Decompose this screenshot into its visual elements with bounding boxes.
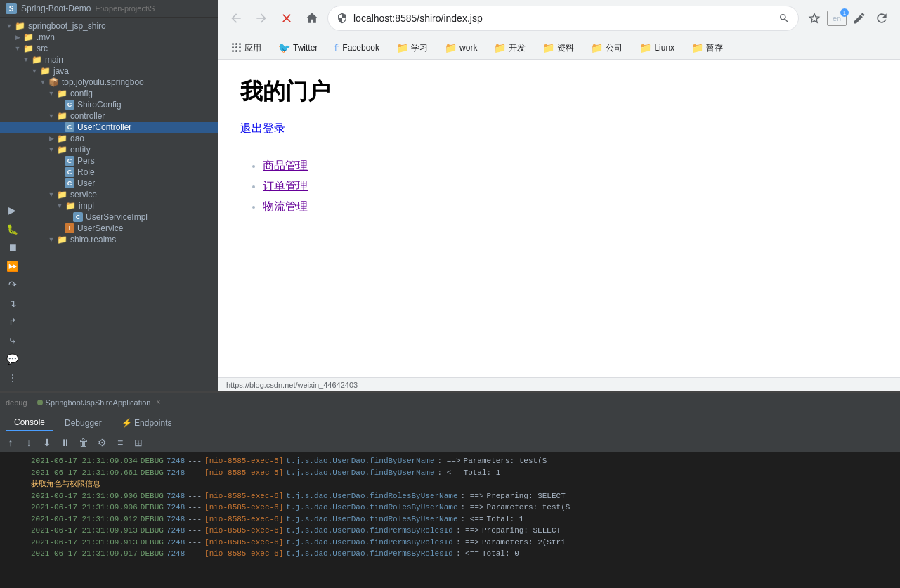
settings-button[interactable]: ⚙	[94, 435, 110, 450]
bookmark-star-button[interactable]	[804, 8, 824, 28]
bookmark-kaifa-label: 开发	[509, 42, 526, 54]
folder-icon: 📁	[14, 22, 25, 30]
tree-item-entity[interactable]: ▼ 📁 entity	[0, 144, 218, 155]
tree-item-shiroconfig[interactable]: ▶ C ShiroConfig	[0, 99, 218, 110]
tab-endpoints[interactable]: ⚡ Endpoints	[113, 415, 181, 431]
bookmark-study-label: 学习	[411, 42, 428, 54]
chevron-down-icon: ▼	[48, 90, 55, 97]
search-icon	[778, 13, 790, 24]
chevron-down-icon: ▼	[48, 236, 55, 243]
tree-item-src[interactable]: ▼ 📁 src	[0, 43, 218, 54]
chevron-right-icon: ▶	[48, 135, 55, 142]
ide-path: E:\open-project\S	[95, 4, 155, 13]
evaluate-button[interactable]: 💬	[3, 351, 22, 367]
bookmark-twitter[interactable]: 🐦 Twitter	[273, 41, 323, 55]
folder-icon: 📁	[39, 67, 51, 75]
tree-item-role[interactable]: ▶ C Role	[0, 166, 218, 178]
more-button[interactable]: ⋮	[3, 370, 22, 386]
tree-item-java[interactable]: ▼ 📁 java	[0, 65, 218, 77]
orders-link[interactable]: 订单管理	[263, 180, 308, 192]
bookmark-data-label: 资料	[557, 42, 574, 54]
tree-label-usercontroller: UserController	[77, 122, 131, 132]
chevron-down-icon: ▼	[48, 146, 55, 153]
tree-item-mvn[interactable]: ▶ 📁 .mvn	[0, 32, 218, 43]
bookmark-study[interactable]: 📁 学习	[391, 41, 433, 55]
tab-debugger[interactable]: Debugger	[56, 415, 110, 431]
step-over-button[interactable]: ↷	[3, 277, 22, 293]
chevron-down-icon: ▼	[48, 191, 55, 198]
bottom-left-icons: ▶ 🐛 ⏹ ⏩ ↷ ↴ ↱ ⤷ 💬 ⋮	[0, 197, 25, 391]
tree-item-impl[interactable]: ▼ 📁 impl	[0, 200, 218, 211]
run-cursor-button[interactable]: ⤷	[3, 333, 22, 349]
tree-item-controller[interactable]: ▼ 📁 controller	[0, 110, 218, 122]
close-tab-button[interactable]: ×	[156, 398, 160, 406]
facebook-icon: 𝕗	[334, 42, 339, 53]
bookmark-liunx[interactable]: 📁 Liunx	[634, 41, 680, 55]
back-button[interactable]	[226, 8, 246, 28]
tree-item-shiro-realms[interactable]: ▼ 📁 shiro.realms	[0, 234, 218, 245]
class-icon: C	[65, 178, 74, 188]
resume-button[interactable]: ⏩	[3, 259, 22, 275]
tree-item-dao[interactable]: ▶ 📁 dao	[0, 133, 218, 144]
tree-item-package[interactable]: ▼ 📦 top.jolyoulu.springboo	[0, 77, 218, 88]
logout-link[interactable]: 退出登录	[240, 122, 285, 136]
log-line: 2021-06-17 21:31:09.917 DEBUG 7248 --- […	[31, 548, 894, 560]
home-button[interactable]	[302, 8, 322, 28]
goods-link[interactable]: 商品管理	[263, 159, 308, 171]
bottom-tabs-bar: Console Debugger ⚡ Endpoints	[0, 412, 900, 433]
tree-item-pers[interactable]: ▶ C Pers	[0, 155, 218, 166]
folder-icon: 📁	[396, 42, 408, 53]
bottom-panel: debug SpringbootJspShiroApplication × Co…	[0, 391, 900, 588]
refresh-circle-button[interactable]	[872, 8, 892, 28]
pause-button[interactable]: ⏸	[58, 435, 73, 450]
scroll-down-button[interactable]: ↓	[21, 435, 37, 450]
folder-icon: 📁	[639, 42, 651, 53]
bookmark-apps-label: 应用	[244, 42, 261, 54]
tree-item-main[interactable]: ▼ 📁 main	[0, 54, 218, 65]
bug-button[interactable]: 🐛	[3, 221, 22, 237]
bookmark-kaifa[interactable]: 📁 开发	[488, 41, 531, 55]
tree-item-user[interactable]: ▶ C User	[0, 178, 218, 189]
tree-item-usercontroller[interactable]: ▶ C UserController	[0, 122, 218, 133]
folder-icon: 📁	[591, 42, 603, 53]
bookmark-company[interactable]: 📁 公司	[585, 41, 628, 55]
tree-item-userservice[interactable]: ▶ I UserService	[0, 223, 218, 234]
step-into-button[interactable]: ↴	[3, 296, 22, 312]
bookmark-facebook[interactable]: 𝕗 Facebook	[329, 41, 385, 55]
tree-label-controller: controller	[70, 111, 105, 121]
filter-button[interactable]: ≡	[112, 435, 128, 450]
bookmark-work[interactable]: 📁 work	[439, 41, 483, 55]
bookmark-data[interactable]: 📁 资料	[537, 41, 580, 55]
run-tab-item[interactable]: SpringbootJspShiroApplication ×	[33, 397, 165, 408]
forward-button[interactable]	[252, 8, 271, 28]
tree-label-mvn: .mvn	[37, 32, 55, 42]
browser-top-bar: localhost:8585/shiro/index.jsp en 1	[218, 0, 900, 37]
tree-label-service: service	[70, 190, 97, 200]
tree-item-service[interactable]: ▼ 📁 service	[0, 189, 218, 200]
logistics-link[interactable]: 物流管理	[263, 200, 308, 212]
folder-icon: 📁	[65, 202, 76, 210]
clear-button[interactable]: 🗑	[76, 435, 91, 450]
tree-item-config[interactable]: ▼ 📁 config	[0, 88, 218, 99]
bookmark-apps[interactable]: 应用	[226, 41, 267, 55]
step-out-button[interactable]: ↱	[3, 314, 22, 330]
folder-icon: 📁	[22, 44, 34, 53]
extension-button[interactable]: en 1	[827, 8, 847, 28]
interface-icon: I	[65, 223, 74, 233]
folder-icon: 📁	[494, 42, 506, 53]
bookmark-zanshi[interactable]: 📁 暂存	[686, 41, 729, 55]
run-button[interactable]: ▶	[3, 202, 22, 218]
tab-console[interactable]: Console	[6, 414, 53, 431]
download-button[interactable]: ⬇	[39, 435, 55, 450]
tree-root-folder[interactable]: ▼ 📁 springboot_jsp_shiro	[0, 20, 218, 32]
apps-icon	[232, 43, 242, 53]
reload-button[interactable]	[277, 8, 296, 28]
address-bar[interactable]: localhost:8585/shiro/index.jsp	[327, 6, 799, 31]
tree-label-dao: dao	[70, 133, 84, 143]
layout-button[interactable]: ⊞	[131, 435, 146, 450]
tree-item-userserviceimpl[interactable]: ▶ C UserServiceImpl	[0, 211, 218, 223]
scroll-up-button[interactable]: ↑	[3, 435, 18, 450]
package-icon: 📦	[48, 78, 59, 86]
stop-button[interactable]: ⏹	[3, 240, 22, 256]
edit-button[interactable]	[849, 8, 869, 28]
